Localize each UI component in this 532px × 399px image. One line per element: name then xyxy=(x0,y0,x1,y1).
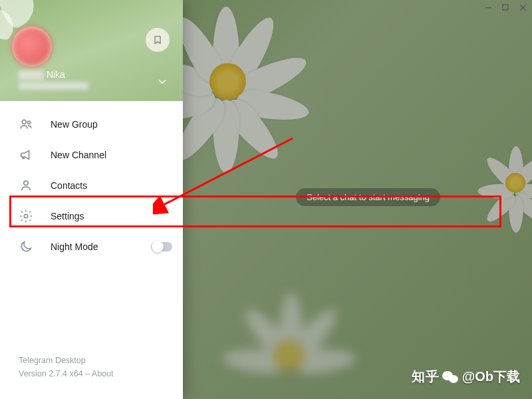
close-button[interactable] xyxy=(519,3,527,11)
menu-label: Contacts xyxy=(51,180,87,191)
svg-point-7 xyxy=(24,214,28,218)
saved-messages-button[interactable] xyxy=(146,28,170,52)
watermark: 知乎 @Ob下载 xyxy=(412,368,520,386)
profile-subtitle xyxy=(19,82,88,90)
watermark-brand: @Ob下载 xyxy=(462,368,520,386)
minimize-button[interactable] xyxy=(484,3,492,11)
profile-header: Nika xyxy=(0,0,183,101)
menu-label: New Group xyxy=(51,119,98,130)
moon-icon xyxy=(19,239,33,254)
chevron-down-icon[interactable] xyxy=(156,76,168,90)
menu-item-settings[interactable]: Settings xyxy=(0,201,183,231)
version-line: Version 2.7.4 x64 – About xyxy=(19,367,164,380)
menu-item-new-group[interactable]: New Group xyxy=(0,109,183,140)
megaphone-icon xyxy=(19,148,33,162)
menu-label: Night Mode xyxy=(51,241,98,252)
menu-item-contacts[interactable]: Contacts xyxy=(0,170,183,201)
menu-list: New Group New Channel Contacts xyxy=(0,101,183,354)
maximize-button[interactable] xyxy=(501,3,509,11)
group-icon xyxy=(19,117,33,132)
menu-item-night-mode[interactable]: Night Mode xyxy=(0,231,183,262)
footer: Telegram Desktop Version 2.7.4 x64 – Abo… xyxy=(0,354,183,399)
person-icon xyxy=(19,178,33,193)
svg-point-4 xyxy=(22,120,26,124)
chat-placeholder: Select a chat to start messaging xyxy=(296,188,440,206)
menu-label: New Channel xyxy=(51,150,106,160)
profile-name: Nika xyxy=(19,69,88,80)
menu-item-new-channel[interactable]: New Channel xyxy=(0,140,183,170)
menu-label: Settings xyxy=(51,211,84,221)
app-name: Telegram Desktop xyxy=(19,354,164,367)
watermark-zhihu: 知乎 xyxy=(412,368,440,386)
svg-point-6 xyxy=(24,181,28,185)
gear-icon xyxy=(19,209,33,223)
night-mode-toggle[interactable] xyxy=(151,242,172,251)
window-controls xyxy=(484,0,532,15)
svg-point-5 xyxy=(27,121,30,124)
wechat-icon xyxy=(442,370,460,384)
main-menu-panel: Nika New Group New Channel xyxy=(0,0,183,399)
svg-rect-1 xyxy=(503,5,508,10)
